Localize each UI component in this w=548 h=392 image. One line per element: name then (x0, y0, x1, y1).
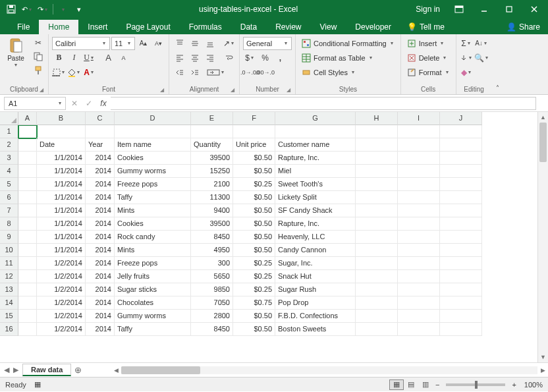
cell[interactable] (356, 296, 398, 310)
align-top-icon[interactable] (173, 37, 186, 50)
row-header[interactable]: 16 (0, 323, 18, 336)
decrease-indent-icon[interactable] (173, 66, 186, 79)
cell[interactable]: $0.50 (233, 191, 275, 204)
cell[interactable] (398, 191, 440, 204)
col-header-A[interactable]: A (18, 112, 37, 125)
fill-icon[interactable]: ▾ (460, 51, 474, 65)
cell[interactable]: $0.50 (233, 323, 275, 336)
touch-mode-icon[interactable]: ▾ (56, 2, 70, 16)
cell[interactable]: 1/2/2014 (37, 323, 86, 336)
page-break-view-icon[interactable]: ▥ (418, 379, 433, 390)
cell[interactable] (356, 165, 398, 178)
cell[interactable] (275, 125, 356, 138)
tab-review[interactable]: Review (266, 20, 310, 34)
number-format-combo[interactable]: General▾ (243, 37, 292, 50)
increase-font-icon[interactable]: A▴ (136, 37, 150, 50)
cell[interactable]: 1/1/2014 (37, 165, 86, 178)
cell[interactable] (18, 296, 37, 310)
scroll-up-icon[interactable]: ▲ (540, 112, 546, 123)
zoom-slider[interactable] (446, 383, 505, 386)
row-header[interactable]: 10 (0, 244, 18, 257)
cell[interactable]: F.B.D. Confections (275, 310, 356, 323)
cell[interactable]: 15250 (191, 165, 233, 178)
name-box[interactable]: A1▾ (4, 97, 66, 110)
tab-view[interactable]: View (311, 20, 346, 34)
sheet-prev-icon[interactable]: ◀ (4, 366, 9, 374)
row-header[interactable]: 2 (0, 138, 18, 152)
cell[interactable]: Customer name (275, 138, 356, 152)
cell[interactable]: 2014 (86, 191, 115, 204)
cell[interactable]: Mints (115, 244, 191, 257)
cell[interactable]: SF Candy Shack (275, 204, 356, 217)
orientation-icon[interactable]: ↗▾ (222, 37, 236, 50)
row-header[interactable]: 13 (0, 283, 18, 296)
cell[interactable] (398, 244, 440, 257)
cell[interactable] (398, 283, 440, 296)
cell[interactable] (356, 217, 398, 231)
cell[interactable]: $0.50 (233, 217, 275, 231)
row-header[interactable]: 8 (0, 217, 18, 231)
align-right-icon[interactable] (203, 51, 217, 65)
font-size-combo[interactable]: 11▾ (111, 37, 135, 50)
cell[interactable]: Taffy (115, 191, 191, 204)
cell[interactable]: Gummy worms (115, 165, 191, 178)
format-as-table-button[interactable]: Format as Table▾ (299, 51, 397, 65)
cell[interactable]: 300 (191, 257, 233, 270)
wrap-text-icon[interactable] (222, 51, 236, 65)
merge-center-icon[interactable]: ▾ (207, 66, 225, 79)
cell[interactable]: 11300 (191, 191, 233, 204)
zoom-out-icon[interactable]: − (433, 381, 442, 389)
tab-formulas[interactable]: Formulas (180, 20, 231, 34)
cell[interactable]: Sugar Rush (275, 283, 356, 296)
percent-icon[interactable]: % (258, 51, 272, 65)
cell[interactable]: 39500 (191, 217, 233, 231)
col-header-G[interactable]: G (275, 112, 356, 125)
increase-indent-icon[interactable] (188, 66, 202, 79)
sheet-next-icon[interactable]: ▶ (13, 366, 18, 374)
font-name-combo[interactable]: Calibri▾ (52, 37, 110, 50)
align-center-icon[interactable] (188, 51, 202, 65)
cell[interactable]: 5650 (191, 270, 233, 283)
cell[interactable] (398, 217, 440, 231)
cell[interactable]: 2014 (86, 296, 115, 310)
cell[interactable]: Date (37, 138, 86, 152)
scroll-left-icon[interactable]: ◀ (111, 367, 121, 374)
cell[interactable] (18, 257, 37, 270)
normal-view-icon[interactable]: ▦ (389, 379, 404, 390)
col-header-H[interactable]: H (356, 112, 398, 125)
col-header-B[interactable]: B (37, 112, 86, 125)
row-header[interactable]: 15 (0, 310, 18, 323)
cell[interactable]: 2014 (86, 231, 115, 244)
cell[interactable]: 9400 (191, 204, 233, 217)
align-middle-icon[interactable] (188, 37, 202, 50)
cell[interactable]: 2014 (86, 270, 115, 283)
cell[interactable]: $0.50 (233, 244, 275, 257)
cell[interactable]: $0.25 (233, 270, 275, 283)
cell[interactable]: Freeze pops (115, 257, 191, 270)
increase-decimal-icon[interactable]: .0→.00 (243, 66, 257, 79)
clear-icon[interactable]: ◆▾ (460, 66, 474, 79)
bold-button[interactable]: B (52, 51, 66, 65)
cell[interactable]: 1/2/2014 (37, 310, 86, 323)
namebox-dropdown-icon[interactable]: ▾ (59, 100, 61, 106)
cell[interactable] (356, 270, 398, 283)
share-button[interactable]: 👤Share (499, 20, 548, 34)
grow-font-icon[interactable]: A (101, 51, 115, 65)
cell[interactable]: Taffy (115, 323, 191, 336)
cell[interactable]: $0.25 (233, 178, 275, 191)
sign-in-link[interactable]: Sign in (410, 5, 445, 14)
zoom-level[interactable]: 100% (524, 381, 543, 389)
vscroll-thumb[interactable] (539, 123, 547, 162)
col-header-J[interactable]: J (440, 112, 482, 125)
page-layout-view-icon[interactable]: ▤ (404, 379, 418, 390)
vertical-scrollbar[interactable]: ▲ ▼ (537, 112, 548, 362)
font-launcher-icon[interactable]: ◢ (160, 87, 164, 93)
col-header-D[interactable]: D (115, 112, 191, 125)
cell[interactable] (86, 125, 115, 138)
tab-file[interactable]: File (8, 20, 39, 34)
cell[interactable] (356, 178, 398, 191)
col-header-E[interactable]: E (191, 112, 233, 125)
cell[interactable] (356, 323, 398, 336)
cell[interactable] (18, 270, 37, 283)
cell[interactable]: 2014 (86, 323, 115, 336)
